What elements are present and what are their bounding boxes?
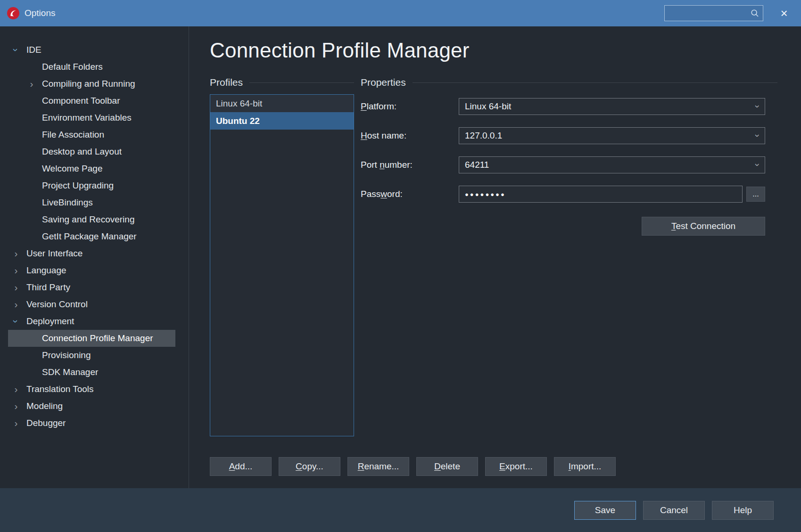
sidebar-item-translation-tools[interactable]: › Translation Tools bbox=[0, 381, 175, 398]
sidebar-item-desktop-and-layout[interactable]: Desktop and Layout bbox=[0, 143, 175, 160]
copy-button[interactable]: Copy... bbox=[279, 457, 340, 476]
close-button[interactable]: × bbox=[767, 0, 801, 26]
delete-label: Delete bbox=[434, 461, 460, 472]
test-connection-button[interactable]: Test Connection bbox=[642, 217, 765, 236]
chevron-right-icon[interactable]: › bbox=[11, 282, 21, 293]
sidebar-item-language[interactable]: › Language bbox=[0, 262, 175, 279]
ellipsis-label: ... bbox=[752, 190, 759, 198]
password-field[interactable]: ●●●●●●●● bbox=[459, 186, 743, 203]
chevron-down-icon: › bbox=[752, 164, 763, 166]
cancel-label: Cancel bbox=[660, 505, 688, 516]
chevron-right-icon[interactable]: › bbox=[11, 265, 21, 276]
sidebar-item-file-association[interactable]: File Association bbox=[0, 126, 175, 143]
sidebar-item-provisioning[interactable]: Provisioning bbox=[0, 347, 175, 364]
platform-row: Platform: Linux 64-bit › bbox=[361, 98, 765, 115]
add-button[interactable]: Add... bbox=[210, 457, 272, 476]
main-panel: Connection Profile Manager Profiles Linu… bbox=[189, 26, 801, 488]
sidebar-item-label: Saving and Recovering bbox=[42, 214, 134, 225]
cancel-button[interactable]: Cancel bbox=[643, 501, 705, 520]
chevron-down-icon: › bbox=[752, 134, 763, 137]
titlebar: Options × bbox=[0, 0, 801, 26]
chevron-down-icon[interactable]: › bbox=[10, 45, 22, 55]
close-icon: × bbox=[780, 6, 787, 21]
dialog-footer: Save Cancel Help bbox=[0, 488, 801, 532]
sidebar-item-livebindings[interactable]: LiveBindings bbox=[0, 194, 175, 211]
sidebar-item-sdk-manager[interactable]: SDK Manager bbox=[0, 364, 175, 381]
sidebar-item-label: User Interface bbox=[26, 248, 83, 259]
sidebar-item-label: LiveBindings bbox=[42, 197, 93, 208]
save-button[interactable]: Save bbox=[574, 501, 636, 520]
sidebar-item-saving-and-recovering[interactable]: Saving and Recovering bbox=[0, 211, 175, 228]
profile-actions: Add... Copy... Rename... Delete Export..… bbox=[210, 457, 801, 476]
chevron-right-icon[interactable]: › bbox=[11, 248, 21, 259]
sidebar-item-user-interface[interactable]: › User Interface bbox=[0, 245, 175, 262]
app-logo-icon bbox=[7, 7, 20, 20]
sidebar-item-label: Connection Profile Manager bbox=[42, 333, 153, 344]
titlebar-search-box[interactable] bbox=[664, 5, 763, 21]
import-button[interactable]: Import... bbox=[554, 457, 616, 476]
sidebar-item-label: Translation Tools bbox=[26, 384, 94, 394]
rename-label: Rename... bbox=[358, 461, 399, 472]
test-connection-label: Test Connection bbox=[671, 221, 735, 231]
sidebar-item-label: Modeling bbox=[26, 401, 63, 411]
sidebar-item-default-folders[interactable]: Default Folders bbox=[0, 58, 175, 75]
sidebar-item-label: Welcome Page bbox=[42, 164, 103, 174]
chevron-down-icon[interactable]: › bbox=[10, 317, 22, 326]
password-row: Password: ●●●●●●●● ... bbox=[361, 186, 765, 203]
export-button[interactable]: Export... bbox=[485, 457, 547, 476]
chevron-right-icon[interactable]: › bbox=[27, 78, 36, 90]
chevron-right-icon[interactable]: › bbox=[11, 384, 21, 395]
profile-item-linux-64-bit[interactable]: Linux 64-bit bbox=[210, 95, 354, 112]
properties-section-label: Properties bbox=[361, 77, 406, 88]
profiles-section-label: Profiles bbox=[210, 77, 243, 88]
sidebar-item-connection-profile-manager[interactable]: Connection Profile Manager bbox=[8, 330, 175, 347]
sidebar-item-debugger[interactable]: › Debugger bbox=[0, 415, 175, 432]
sidebar-item-welcome-page[interactable]: Welcome Page bbox=[0, 160, 175, 177]
chevron-right-icon[interactable]: › bbox=[11, 299, 21, 310]
platform-combobox[interactable]: Linux 64-bit › bbox=[459, 98, 765, 115]
sidebar-item-compiling-and-running[interactable]: › Compiling and Running bbox=[0, 75, 175, 92]
sidebar-item-label: Language bbox=[26, 265, 66, 276]
delete-button[interactable]: Delete bbox=[416, 457, 478, 476]
chevron-right-icon[interactable]: › bbox=[11, 417, 21, 429]
sidebar-item-deployment[interactable]: › Deployment bbox=[0, 313, 175, 330]
sidebar-item-environment-variables[interactable]: Environment Variables bbox=[0, 109, 175, 126]
sidebar-item-label: Debugger bbox=[26, 418, 66, 428]
platform-label: Platform: bbox=[361, 101, 459, 112]
sidebar-item-label: Default Folders bbox=[42, 62, 103, 72]
sidebar-item-project-upgrading[interactable]: Project Upgrading bbox=[0, 177, 175, 194]
host-name-row: Host name: 127.0.0.1 › bbox=[361, 127, 765, 144]
host-name-combobox[interactable]: 127.0.0.1 › bbox=[459, 127, 765, 144]
options-tree: › IDE Default Folders › Compiling and Ru… bbox=[0, 26, 189, 488]
sidebar-item-label: Deployment bbox=[26, 316, 74, 327]
section-divider bbox=[413, 82, 777, 83]
profile-item-ubuntu-22[interactable]: Ubuntu 22 bbox=[210, 112, 354, 130]
help-button[interactable]: Help bbox=[712, 501, 774, 520]
sidebar-item-third-party[interactable]: › Third Party bbox=[0, 279, 175, 296]
profile-item-label: Linux 64-bit bbox=[216, 98, 262, 108]
profile-list[interactable]: Linux 64-bit Ubuntu 22 bbox=[210, 94, 354, 436]
sidebar-item-modeling[interactable]: › Modeling bbox=[0, 398, 175, 415]
sidebar-item-label: Provisioning bbox=[42, 350, 91, 360]
sidebar-item-label: Desktop and Layout bbox=[42, 147, 122, 157]
port-number-value: 64211 bbox=[465, 160, 489, 170]
chevron-right-icon[interactable]: › bbox=[11, 401, 21, 412]
password-masked-value: ●●●●●●●● bbox=[465, 191, 506, 198]
rename-button[interactable]: Rename... bbox=[347, 457, 409, 476]
properties-form: Platform: Linux 64-bit › Host name: 127.… bbox=[361, 98, 777, 203]
sidebar-item-label: Component Toolbar bbox=[42, 96, 120, 106]
sidebar-item-ide[interactable]: › IDE bbox=[0, 41, 175, 58]
sidebar-item-version-control[interactable]: › Version Control bbox=[0, 296, 175, 313]
port-number-combobox[interactable]: 64211 › bbox=[459, 156, 765, 173]
sidebar-item-component-toolbar[interactable]: Component Toolbar bbox=[0, 92, 175, 109]
save-label: Save bbox=[595, 505, 615, 516]
password-ellipsis-button[interactable]: ... bbox=[746, 187, 765, 202]
dialog-body: › IDE Default Folders › Compiling and Ru… bbox=[0, 26, 801, 488]
platform-value: Linux 64-bit bbox=[465, 101, 511, 112]
host-name-value: 127.0.0.1 bbox=[465, 131, 502, 141]
search-input[interactable] bbox=[669, 9, 751, 17]
sidebar-item-label: Project Upgrading bbox=[42, 180, 114, 191]
sidebar-item-label: GetIt Package Manager bbox=[42, 231, 137, 242]
sidebar-item-getit-package-manager[interactable]: GetIt Package Manager bbox=[0, 228, 175, 245]
import-label: Import... bbox=[569, 461, 602, 472]
